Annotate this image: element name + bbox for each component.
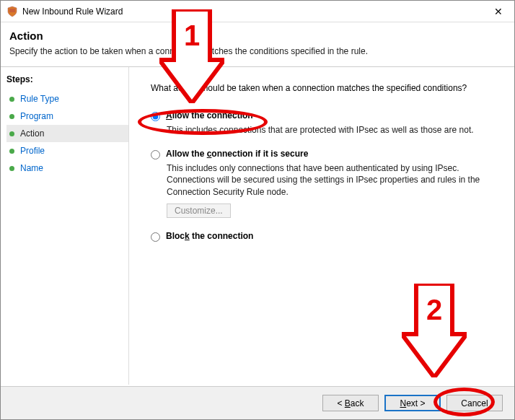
option-allow-secure-desc: This includes only connections that have…: [167, 162, 484, 198]
radio-allow[interactable]: [151, 112, 160, 121]
wizard-header: Action Specify the action to be taken wh…: [1, 22, 514, 67]
option-allow: Allow the connection This includes conne…: [151, 110, 500, 136]
option-allow-secure-label[interactable]: Allow the connection if it is secure: [151, 149, 500, 159]
cancel-button[interactable]: Cancel: [446, 395, 503, 411]
close-icon[interactable]: ✕: [488, 6, 509, 17]
option-block: Block the connection: [151, 231, 500, 242]
bullet-icon: [9, 149, 14, 154]
bullet-icon: [9, 114, 14, 119]
step-name[interactable]: Name: [6, 159, 128, 177]
steps-list: Rule Type Program Action Profile Name: [6, 90, 128, 177]
option-allow-label[interactable]: Allow the connection: [151, 110, 500, 121]
option-allow-secure: Allow the connection if it is secure Thi…: [151, 149, 500, 218]
step-link[interactable]: Name: [20, 163, 43, 173]
window-titlebar: New Inbound Rule Wizard ✕: [1, 1, 514, 22]
svg-rect-0: [9, 9, 15, 12]
step-action[interactable]: Action: [6, 125, 128, 142]
steps-heading: Steps:: [6, 74, 128, 84]
firewall-icon: [6, 6, 18, 17]
wizard-footer: < Back Next > Cancel: [1, 386, 514, 419]
step-link[interactable]: Action: [20, 128, 44, 139]
radio-block[interactable]: [151, 232, 160, 242]
option-block-label[interactable]: Block the connection: [151, 231, 500, 242]
bullet-icon: [9, 166, 14, 171]
customize-button: Customize...: [167, 204, 231, 218]
option-allow-secure-text: Allow the connection if it is secure: [166, 149, 308, 159]
step-link[interactable]: Rule Type: [20, 94, 59, 104]
window-title: New Inbound Rule Wizard: [22, 6, 488, 17]
radio-allow-secure[interactable]: [151, 150, 160, 159]
step-link[interactable]: Profile: [20, 146, 45, 156]
page-title: Action: [9, 30, 506, 42]
main-panel: What action should be taken when a conne…: [129, 67, 514, 385]
next-button[interactable]: Next >: [384, 395, 441, 411]
option-allow-desc: This includes connections that are prote…: [167, 124, 484, 136]
bullet-icon: [9, 97, 14, 102]
step-rule-type[interactable]: Rule Type: [6, 90, 128, 108]
option-block-text: Block the connection: [166, 231, 253, 241]
option-allow-text: Allow the connection: [166, 110, 253, 121]
steps-sidebar: Steps: Rule Type Program Action Profile …: [1, 67, 129, 385]
back-button[interactable]: < Back: [322, 395, 379, 411]
step-link[interactable]: Program: [20, 111, 53, 121]
action-prompt: What action should be taken when a conne…: [151, 83, 500, 93]
step-program[interactable]: Program: [6, 108, 128, 125]
step-profile[interactable]: Profile: [6, 142, 128, 159]
page-subtitle: Specify the action to be taken when a co…: [9, 46, 506, 56]
bullet-icon: [9, 131, 14, 136]
